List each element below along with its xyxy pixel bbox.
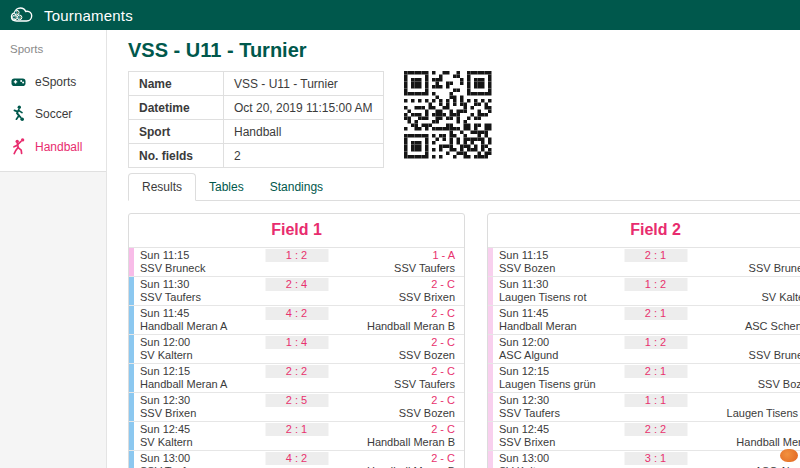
info-value: VSS - U11 - Turnier bbox=[224, 72, 384, 96]
away-team: Laugen Tisens rot bbox=[727, 407, 800, 420]
info-table-row: Sport Handball bbox=[129, 120, 384, 144]
away-team: SSV Bozen bbox=[758, 378, 800, 391]
sidebar-section-label: Sports bbox=[0, 30, 106, 67]
match-group-label: 2 - C bbox=[431, 452, 455, 465]
qr-code bbox=[404, 71, 492, 159]
home-team: SSV Bruneck bbox=[140, 262, 205, 275]
away-team: SSV Bruneck bbox=[749, 262, 800, 275]
match-color-bar bbox=[488, 248, 493, 276]
sidebar-item-soccer[interactable]: Soccer bbox=[0, 97, 106, 130]
away-team: Handball Meran B bbox=[367, 436, 455, 449]
info-label: Sport bbox=[129, 120, 224, 144]
match-time: Sun 12:00 bbox=[499, 336, 549, 349]
home-team: SV Kaltern bbox=[140, 349, 193, 362]
info-table-row: Name VSS - U11 - Turnier bbox=[129, 72, 384, 96]
tab-results[interactable]: Results bbox=[128, 173, 196, 201]
match-color-bar bbox=[488, 306, 493, 334]
sidebar: Sports eSports Soccer Handball bbox=[0, 30, 107, 468]
away-team: ASC Schenna bbox=[745, 320, 800, 333]
info-table-row: No. fields 2 bbox=[129, 144, 384, 168]
app-title: Tournaments bbox=[44, 7, 133, 24]
match-time: Sun 13:00 bbox=[499, 452, 549, 465]
match-time: Sun 11:15 bbox=[140, 249, 189, 262]
home-team: Handball Meran A bbox=[140, 320, 227, 333]
match-row: Sun 12:15 Laugen Tisens grün SSV Bozen 2… bbox=[488, 364, 800, 393]
match-group-label: 2 - C bbox=[431, 394, 455, 407]
home-team: Handball Meran A bbox=[140, 378, 227, 391]
sidebar-item-handball[interactable]: Handball bbox=[0, 130, 106, 163]
home-team: SSV Taufers bbox=[140, 291, 201, 304]
info-label: Datetime bbox=[129, 96, 224, 120]
match-time: Sun 11:45 bbox=[499, 307, 548, 320]
away-team: SSV Taufers bbox=[394, 378, 455, 391]
match-score: 1 : 2 bbox=[624, 336, 687, 349]
match-color-bar bbox=[129, 277, 134, 305]
match-time: Sun 13:00 bbox=[140, 452, 190, 465]
tab-bar: ResultsTablesStandings bbox=[128, 175, 800, 201]
match-color-bar bbox=[129, 451, 134, 468]
match-time: Sun 12:45 bbox=[140, 423, 190, 436]
field-card-2: Field 2 Sun 11:15 SSV Bozen SSV Bruneck … bbox=[487, 213, 800, 468]
match-time: Sun 12:15 bbox=[140, 365, 190, 378]
match-color-bar bbox=[488, 422, 493, 450]
tab-tables[interactable]: Tables bbox=[196, 174, 257, 200]
away-team: Handball Meran bbox=[736, 436, 800, 449]
match-row: Sun 11:45 2 - C Handball Meran A Handbal… bbox=[129, 306, 464, 335]
info-value: Oct 20, 2019 11:15:00 AM bbox=[224, 96, 384, 120]
away-team: SSV Taufers bbox=[394, 262, 455, 275]
orange-cursor-highlight bbox=[780, 449, 798, 462]
match-row: Sun 12:45 2 - C SV Kaltern Handball Mera… bbox=[129, 422, 464, 451]
match-row: Sun 12:30 SSV Taufers Laugen Tisens rot … bbox=[488, 393, 800, 422]
home-team: Laugen Tisens rot bbox=[499, 291, 586, 304]
match-row: Sun 11:45 Handball Meran ASC Schenna 2 :… bbox=[488, 306, 800, 335]
match-color-bar bbox=[488, 335, 493, 363]
sidebar-background bbox=[0, 172, 106, 468]
match-color-bar bbox=[129, 364, 134, 392]
handball-player-icon bbox=[10, 138, 26, 155]
match-color-bar bbox=[488, 364, 493, 392]
match-row: Sun 11:15 1 - A SSV Bruneck SSV Taufers … bbox=[129, 248, 464, 277]
app-header: 1 2 0 Tournaments bbox=[0, 0, 800, 30]
away-team: SSV Bozen bbox=[399, 349, 455, 362]
match-row: Sun 12:45 SSV Brixen Handball Meran 2 : … bbox=[488, 422, 800, 451]
match-group-label: 2 - C bbox=[431, 423, 455, 436]
match-color-bar bbox=[129, 422, 134, 450]
match-row: Sun 12:00 ASC Algund SSV Bruneck 1 : 2 bbox=[488, 335, 800, 364]
main-content: VSS - U11 - Turnier Name VSS - U11 - Tur… bbox=[108, 30, 800, 468]
away-team: SV Kaltern bbox=[761, 291, 800, 304]
match-score: 1 : 1 bbox=[624, 394, 687, 407]
info-table-row: Datetime Oct 20, 2019 11:15:00 AM bbox=[129, 96, 384, 120]
match-time: Sun 12:15 bbox=[499, 365, 549, 378]
tab-standings[interactable]: Standings bbox=[257, 174, 336, 200]
home-team: SSV Brixen bbox=[499, 436, 555, 449]
info-value: 2 bbox=[224, 144, 384, 168]
match-score: 2 : 1 bbox=[624, 249, 687, 262]
sidebar-item-esports[interactable]: eSports bbox=[0, 67, 106, 97]
match-color-bar bbox=[129, 393, 134, 421]
match-time: Sun 11:15 bbox=[499, 249, 548, 262]
home-team: Handball Meran bbox=[499, 320, 577, 333]
match-row: Sun 11:15 SSV Bozen SSV Bruneck 2 : 1 bbox=[488, 248, 800, 277]
soccer-player-icon bbox=[10, 105, 26, 122]
match-time: Sun 12:30 bbox=[499, 394, 549, 407]
gamepad-icon bbox=[10, 76, 26, 88]
match-score: 2 : 2 bbox=[265, 365, 328, 378]
match-color-bar bbox=[129, 306, 134, 334]
home-team: Laugen Tisens grün bbox=[499, 378, 596, 391]
match-score: 2 : 1 bbox=[624, 307, 687, 320]
info-value: Handball bbox=[224, 120, 384, 144]
away-team: Handball Meran B bbox=[367, 320, 455, 333]
match-row: Sun 12:00 2 - C SV Kaltern SSV Bozen 1 :… bbox=[129, 335, 464, 364]
info-label: No. fields bbox=[129, 144, 224, 168]
match-score: 4 : 2 bbox=[265, 307, 328, 320]
match-row: Sun 12:30 2 - C SSV Brixen SSV Bozen 2 :… bbox=[129, 393, 464, 422]
match-score: 2 : 1 bbox=[265, 423, 328, 436]
match-score: 3 : 1 bbox=[624, 452, 687, 465]
match-group-label: 1 - A bbox=[432, 249, 455, 262]
match-row: Sun 11:30 2 - C SSV Taufers SSV Brixen 2… bbox=[129, 277, 464, 306]
match-time: Sun 11:30 bbox=[140, 278, 189, 291]
field-title: Field 1 bbox=[129, 214, 464, 248]
away-team: SSV Brixen bbox=[399, 291, 455, 304]
match-color-bar bbox=[129, 248, 134, 276]
page-title: VSS - U11 - Turnier bbox=[128, 39, 800, 62]
